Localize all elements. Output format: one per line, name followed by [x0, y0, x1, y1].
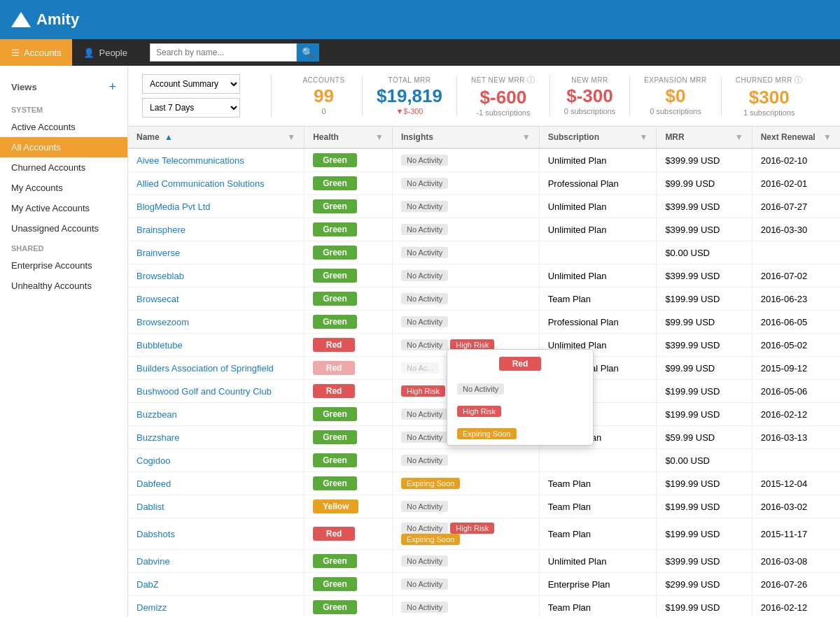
- nav-accounts[interactable]: ☰ Accounts: [0, 39, 72, 66]
- renewal-cell: 2016-07-26: [752, 573, 840, 596]
- sidebar-item-enterprise-accounts[interactable]: Enterprise Accounts: [0, 255, 127, 276]
- overlay-high-risk-item[interactable]: High Risk: [447, 400, 593, 423]
- table-row: DabshotsRedNo ActivityHigh RiskExpiring …: [128, 518, 840, 550]
- insight-tag: High Risk: [401, 385, 445, 397]
- mrr-cell: $99.99 USD: [657, 172, 752, 195]
- mrr-cell: $399.99 USD: [657, 264, 752, 288]
- mrr-cell: $59.99 USD: [657, 426, 752, 449]
- sidebar-item-my-active-accounts[interactable]: My Active Accounts: [0, 198, 127, 218]
- churned-mrr-info-icon[interactable]: ⓘ: [794, 76, 803, 84]
- account-name-link[interactable]: Dabshots: [136, 529, 175, 539]
- account-name-link[interactable]: Aivee Telecommunications: [136, 155, 244, 166]
- stat-accounts: ACCOUNTS 99 0: [286, 76, 363, 115]
- insights-filter-icon[interactable]: ▼: [522, 132, 531, 142]
- table-row: BrowsecatGreenNo ActivityTeam Plan$199.9…: [128, 288, 840, 311]
- stat-net-new-mrr-sub: -1 subscriptions: [471, 108, 536, 117]
- insight-tag: No Activity: [401, 201, 448, 212]
- health-badge: Green: [313, 269, 357, 283]
- logo: Amity: [11, 10, 79, 29]
- col-header-subscription[interactable]: Subscription ▼: [539, 127, 657, 148]
- people-icon: 👤: [83, 48, 94, 58]
- date-range-select[interactable]: Last 7 Days: [142, 98, 240, 118]
- search-input[interactable]: [150, 43, 297, 62]
- insight-tag: No Activity: [401, 432, 448, 443]
- health-badge: Green: [313, 476, 357, 490]
- stat-new-mrr-value: $-300: [564, 85, 615, 107]
- account-name-link[interactable]: Buzzbean: [136, 409, 177, 420]
- stat-churned-mrr-sub: 1 subscriptions: [736, 108, 803, 117]
- mrr-cell: $199.99 USD: [657, 288, 752, 311]
- mrr-filter-icon[interactable]: ▼: [735, 132, 743, 142]
- renewal-cell: 2016-02-12: [752, 596, 840, 618]
- insight-tag: No Ac...: [401, 362, 440, 374]
- account-name-link[interactable]: Bushwood Golf and Country Club: [136, 386, 272, 397]
- account-name-link[interactable]: Browsezoom: [136, 317, 189, 327]
- overlay-no-activity-item[interactable]: No Activity: [447, 378, 593, 400]
- account-name-link[interactable]: Buzzshare: [136, 432, 179, 443]
- insight-tag: No Activity: [401, 523, 448, 534]
- subscription-cell: Unlimited Plan: [539, 550, 657, 573]
- health-badge: Green: [313, 199, 357, 213]
- renewal-cell: [752, 449, 840, 472]
- account-name-link[interactable]: Brainsphere: [136, 225, 186, 235]
- overlay-tag-expiring-soon: Expiring Soon: [457, 428, 517, 439]
- sidebar-item-churned-accounts[interactable]: Churned Accounts: [0, 157, 127, 178]
- table-row: DablistYellowNo ActivityTeam Plan$199.99…: [128, 495, 840, 518]
- health-badge: Red: [313, 338, 355, 352]
- renewal-cell: 2016-06-05: [752, 311, 840, 334]
- col-header-health[interactable]: Health ▼: [304, 127, 393, 148]
- search-icon: 🔍: [302, 47, 314, 58]
- overlay-expiring-soon-item[interactable]: Expiring Soon: [447, 423, 593, 445]
- insight-tag: Expiring Soon: [401, 534, 461, 545]
- renewal-cell: 2016-03-30: [752, 218, 840, 241]
- account-name-link[interactable]: Dablist: [136, 502, 164, 512]
- stat-net-new-mrr-label: NET NEW MRR ⓘ: [471, 75, 536, 85]
- sidebar-item-unassigned-accounts[interactable]: Unassigned Accounts: [0, 218, 127, 239]
- search-button[interactable]: 🔍: [297, 43, 319, 62]
- name-filter-icon[interactable]: ▼: [287, 132, 295, 142]
- health-badge: Green: [313, 600, 357, 614]
- account-name-link[interactable]: Browsecat: [136, 294, 179, 304]
- health-badge: Red: [313, 384, 355, 398]
- account-name-link[interactable]: Bubbletube: [136, 340, 183, 350]
- stat-total-mrr-label: TOTAL MRR: [377, 76, 442, 84]
- insight-tag: No Activity: [401, 339, 448, 350]
- account-name-link[interactable]: Browseblab: [136, 271, 184, 281]
- account-name-link[interactable]: Brainverse: [136, 248, 180, 258]
- account-name-link[interactable]: Dabvine: [136, 556, 170, 567]
- content-area: Account Summary Last 7 Days ACCOUNTS 99 …: [128, 66, 840, 617]
- mrr-cell: $0.00 USD: [657, 241, 752, 264]
- subscription-filter-icon[interactable]: ▼: [639, 132, 648, 142]
- net-new-mrr-info-icon[interactable]: ⓘ: [527, 76, 536, 84]
- account-name-link[interactable]: Demizz: [136, 602, 167, 613]
- account-summary-select[interactable]: Account Summary: [142, 74, 240, 94]
- health-badge: Red: [313, 361, 355, 375]
- sidebar-item-unhealthy-accounts[interactable]: Unhealthy Accounts: [0, 276, 127, 296]
- health-filter-icon[interactable]: ▼: [375, 132, 384, 142]
- account-name-link[interactable]: Builders Association of Springfield: [136, 363, 274, 374]
- sidebar-item-my-accounts[interactable]: My Accounts: [0, 178, 127, 198]
- col-header-mrr[interactable]: MRR ▼: [657, 127, 752, 148]
- col-header-insights[interactable]: Insights ▼: [392, 127, 539, 148]
- stat-expansion-mrr: EXPANSION MRR $0 0 subscriptions: [630, 76, 722, 115]
- renewal-cell: 2016-07-27: [752, 195, 840, 218]
- col-header-name[interactable]: Name ▲ ▼: [128, 127, 304, 148]
- mrr-cell: $199.99 USD: [657, 596, 752, 618]
- account-name-link[interactable]: Cogidoo: [136, 455, 170, 466]
- subscription-cell: Unlimited Plan: [539, 195, 657, 218]
- mrr-cell: $399.99 USD: [657, 334, 752, 357]
- account-name-link[interactable]: Allied Communication Solutions: [136, 178, 265, 189]
- logo-icon: [11, 12, 31, 27]
- sidebar-add-view-button[interactable]: +: [108, 80, 116, 94]
- sidebar-item-all-accounts[interactable]: All Accounts: [0, 137, 127, 157]
- account-name-link[interactable]: Dabfeed: [136, 478, 171, 489]
- renewal-filter-icon[interactable]: ▼: [823, 132, 832, 142]
- col-header-renewal[interactable]: Next Renewal ▼: [752, 127, 840, 148]
- account-name-link[interactable]: DabZ: [136, 579, 159, 590]
- insight-tag: No Activity: [401, 501, 448, 512]
- stat-total-mrr-value: $19,819: [377, 85, 442, 107]
- account-name-link[interactable]: BlogMedia Pvt Ltd: [136, 201, 211, 212]
- nav-people[interactable]: 👤 People: [72, 39, 138, 66]
- mrr-cell: $399.99 USD: [657, 148, 752, 172]
- sidebar-item-active-accounts[interactable]: Active Accounts: [0, 117, 127, 137]
